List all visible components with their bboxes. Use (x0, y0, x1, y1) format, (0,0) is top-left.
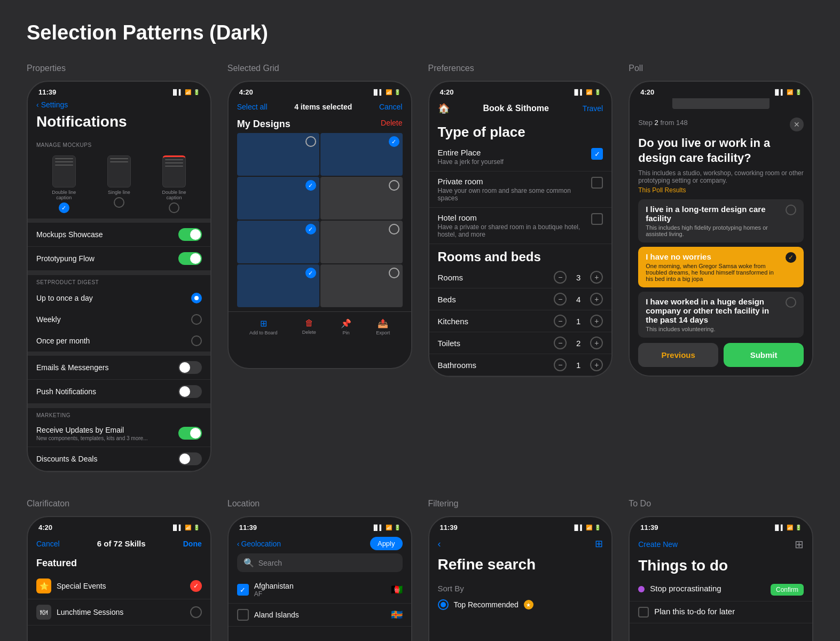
mockup-item-2[interactable]: Double linecaption (162, 155, 186, 213)
loc-item-1[interactable]: Aland Islands 🇦🇽 (229, 604, 411, 627)
stepper-toilets-inc[interactable]: + (590, 337, 603, 349)
radio-monthly-circle[interactable] (191, 335, 202, 346)
filter-icon-btn[interactable]: ⊞ (595, 538, 603, 550)
todo-checkbox-1[interactable] (638, 607, 649, 617)
design-cell-2[interactable]: ✓ (237, 177, 319, 220)
stepper-kitchens-dec[interactable]: − (554, 315, 567, 327)
toolbar-pin[interactable]: 📌 Pin (341, 318, 351, 335)
mockup-item-0[interactable]: Double linecaption (52, 155, 76, 213)
design-cell-3[interactable] (320, 177, 403, 220)
loc-item-0[interactable]: ✓ Afghanistan AF 🇦🇫 (229, 576, 411, 604)
poll-option-1[interactable]: I have no worries One morning, when Greg… (638, 247, 804, 287)
cell-check-6[interactable]: ✓ (305, 268, 316, 278)
poll-option-0[interactable]: I live in a long-term design care facili… (638, 199, 804, 243)
mockup-item-1[interactable]: Single line (107, 155, 131, 213)
cell-check-3[interactable] (389, 180, 399, 191)
type-option-0-check[interactable]: ✓ (591, 148, 603, 160)
poll-radio-1[interactable] (786, 252, 796, 263)
type-option-1-check[interactable] (591, 177, 603, 189)
stepper-kitchens-inc[interactable]: + (590, 315, 603, 327)
toolbar-export[interactable]: 📤 Export (376, 318, 390, 335)
clarif-featured-title: Featured (28, 553, 210, 573)
select-all-btn[interactable]: Select all (237, 103, 268, 111)
stepper-toilets-dec[interactable]: − (554, 337, 567, 349)
submit-button[interactable]: Submit (724, 343, 804, 367)
grid-delete-btn[interactable]: Delete (381, 119, 402, 130)
clarif-item-1-check[interactable] (190, 606, 202, 618)
previous-button[interactable]: Previous (638, 343, 718, 367)
todo-item-0-text: Stop procrastinating (650, 584, 721, 593)
stepper-bathrooms-inc[interactable]: + (590, 358, 603, 371)
loc-back-btn[interactable]: ‹ Geolocation (237, 540, 281, 548)
toggle-proto-switch[interactable] (178, 252, 202, 265)
todo-item-1[interactable]: Plan this to-do for later (630, 601, 812, 623)
todo-more-icon[interactable]: ⊞ (795, 538, 804, 551)
loc-search-bar[interactable]: 🔍 Search (237, 553, 403, 572)
poll-radio-0[interactable] (786, 205, 796, 215)
toggle-marketing-switch[interactable] (178, 427, 202, 440)
clarif-item-1[interactable]: 🍽 Lunchtime Sessions (28, 599, 210, 626)
stepper-rooms-dec[interactable]: − (554, 271, 567, 284)
type-option-1[interactable]: Private room Have your own room and shar… (429, 171, 612, 208)
todo-item-0[interactable]: Stop procrastinating Confirm (630, 579, 812, 601)
type-option-2[interactable]: Hotel room Have a private or shared room… (429, 208, 612, 244)
design-cell-0[interactable] (237, 133, 319, 176)
cell-check-4[interactable]: ✓ (305, 224, 316, 234)
design-cell-4[interactable]: ✓ (237, 221, 319, 263)
cell-check-1[interactable]: ✓ (389, 136, 399, 147)
stepper-beds-dec[interactable]: − (554, 293, 567, 306)
toolbar-add-board[interactable]: ⊞ Add to Board (249, 318, 278, 335)
cell-check-2[interactable]: ✓ (305, 180, 316, 191)
loc-item-1-check[interactable] (237, 609, 249, 621)
grid-cancel-btn[interactable]: Cancel (379, 103, 403, 111)
clarif-item-0-check[interactable]: ✓ (190, 580, 202, 592)
toolbar-delete[interactable]: 🗑 Delete (302, 318, 316, 335)
pref-travel-btn[interactable]: Travel (583, 104, 603, 113)
toggle-mockups-switch[interactable] (178, 228, 202, 241)
todo-create-btn[interactable]: Create New (638, 540, 678, 549)
toggle-push-switch[interactable] (178, 385, 202, 398)
type-option-2-check[interactable] (591, 213, 603, 225)
stepper-bathrooms-dec[interactable]: − (554, 358, 567, 371)
toggle-mockups[interactable]: Mockups Showcase (28, 223, 210, 247)
radio-weekly[interactable]: Weekly (28, 309, 210, 330)
design-cell-7[interactable] (320, 264, 403, 307)
clarif-done-btn[interactable]: Done (183, 540, 202, 548)
radio-monthly[interactable]: Once per month (28, 330, 210, 351)
design-cell-1[interactable]: ✓ (320, 133, 403, 176)
toggle-discounts-switch[interactable] (178, 452, 202, 465)
cell-check-0[interactable] (305, 136, 316, 147)
design-cell-5[interactable] (320, 221, 403, 263)
cell-check-7[interactable] (389, 268, 399, 278)
design-cell-6[interactable]: ✓ (237, 264, 319, 307)
stepper-rooms-inc[interactable]: + (590, 271, 603, 284)
back-settings[interactable]: ‹ Settings (28, 98, 210, 113)
stepper-beds-inc[interactable]: + (590, 293, 603, 306)
toggle-proto[interactable]: Prototypung Flow (28, 247, 210, 271)
mockup-radio-2[interactable] (169, 202, 179, 213)
clarif-item-0[interactable]: ⭐ Special Events ✓ (28, 573, 210, 599)
loc-item-0-check[interactable]: ✓ (237, 584, 249, 596)
type-option-0[interactable]: Entire Place Have a jerk for yourself ✓ (429, 143, 612, 171)
mockup-radio-1[interactable] (114, 197, 124, 208)
poll-radio-2[interactable] (786, 297, 796, 308)
toggle-marketing[interactable]: Receive Updates by Email New components,… (28, 420, 210, 447)
radio-weekly-circle[interactable] (191, 314, 202, 325)
radio-daily-circle[interactable] (191, 293, 202, 303)
cell-check-5[interactable] (389, 224, 399, 234)
radio-daily[interactable]: Up to once a day (28, 287, 210, 309)
toggle-emails[interactable]: Emails & Messengers (28, 356, 210, 380)
toggle-emails-switch[interactable] (178, 361, 202, 374)
filter-back-btn[interactable]: ‹ (438, 538, 441, 550)
filter-radio-row-0[interactable]: Top Recommended ★ (429, 595, 612, 614)
clarif-cancel-btn[interactable]: Cancel (36, 540, 60, 548)
poll-close-btn[interactable]: ✕ (790, 118, 804, 131)
todo-confirm-btn-0[interactable]: Confirm (771, 584, 804, 596)
loc-apply-btn[interactable]: Apply (370, 537, 403, 550)
poll-option-2[interactable]: I have worked in a huge design company o… (638, 292, 804, 338)
toggle-discounts[interactable]: Discounts & Deals (28, 447, 210, 471)
filter-radio-0[interactable] (438, 599, 449, 610)
toggle-push[interactable]: Push Notifications (28, 380, 210, 404)
mockup-radio-0[interactable] (59, 202, 69, 213)
poll-results-link[interactable]: This Poll Results (638, 186, 804, 194)
